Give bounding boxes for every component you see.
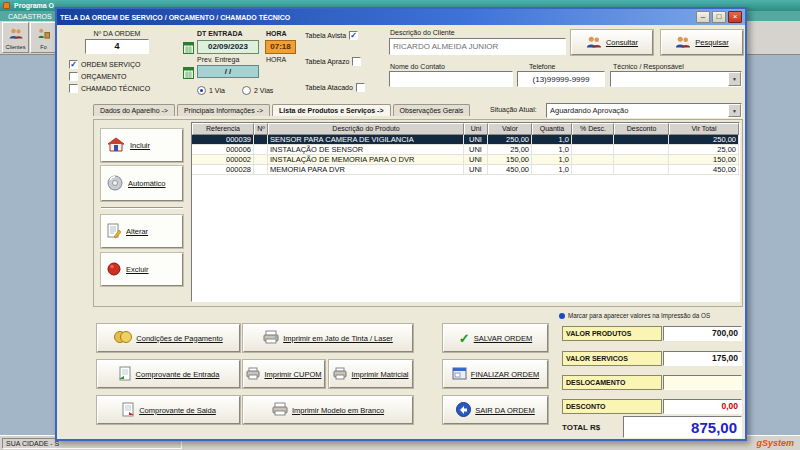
checkbox-tabela-atacado[interactable]: Tabela Atacado: [305, 83, 365, 92]
checkbox-tabela-avista[interactable]: Tabela Avista✓: [305, 31, 358, 40]
tab-observacoes[interactable]: Observações Gerais: [393, 104, 471, 116]
grid-cell: [572, 155, 614, 164]
checkbox-chamado-tecnico[interactable]: CHAMADO TÉCNICO: [69, 84, 150, 93]
printer-icon: [333, 367, 347, 382]
grid-cell: [572, 135, 614, 144]
sair-ordem-button[interactable]: SAIR DA ORDEM: [443, 396, 548, 424]
table-row[interactable]: 000002 INSTALAÇÃO DE MEMORIA PARA O DVR …: [192, 155, 739, 165]
check-mark-icon: ✓: [459, 331, 470, 346]
excluir-button[interactable]: Excluir: [101, 253, 183, 286]
alterar-button[interactable]: Alterar: [101, 215, 183, 248]
coins-icon: [114, 330, 132, 346]
col-header-descricao: Descrição do Produto: [268, 123, 464, 135]
consultar-button[interactable]: Consultar: [571, 30, 653, 55]
radio-selected-icon: [197, 86, 206, 95]
imprimir-branco-button[interactable]: Imprimir Modelo em Branco: [243, 396, 413, 424]
grid-cell: [254, 165, 268, 174]
checkbox-empty-icon: [352, 57, 361, 66]
radio-1-via-label: 1 Via: [209, 87, 225, 94]
grid-cell: 1,0: [532, 145, 572, 154]
checkbox-ordem-servico-label: ORDEM SERVIÇO: [81, 61, 140, 68]
cliente-input[interactable]: [389, 38, 566, 55]
automatico-button[interactable]: Automático: [101, 166, 183, 201]
chevron-down-icon[interactable]: ▼: [728, 104, 741, 117]
app-title: Programa O: [14, 2, 54, 9]
col-header-vlr-total: Vlr Total: [669, 123, 739, 135]
imprimir-jato-button[interactable]: Imprimir em Jato de Tinta / Laser: [243, 324, 413, 352]
consultar-people-icon: [586, 36, 602, 50]
imprimir-matricial-button[interactable]: Imprimir Matricial: [329, 360, 413, 388]
pesquisar-button[interactable]: Pesquisar: [661, 30, 743, 55]
grid-cell: [614, 165, 669, 174]
cliente-label: Descrição do Cliente: [390, 29, 455, 36]
salvar-ordem-button[interactable]: ✓ SALVAR ORDEM: [443, 324, 548, 352]
grid-cell: 000028: [192, 165, 254, 174]
tab-lista-produtos[interactable]: Lista de Produtos e Serviços ->: [272, 104, 390, 116]
disc-icon: [107, 175, 123, 193]
toolbar-clientes-button[interactable]: Clientes: [2, 22, 29, 53]
checkbox-orcamento-label: ORÇAMENTO: [81, 73, 126, 80]
comprovante-saida-label: Comprovante de Saida: [139, 406, 216, 415]
checkbox-empty-icon: [69, 72, 78, 81]
close-button[interactable]: ×: [728, 11, 742, 23]
total-value: 875,00: [623, 416, 742, 438]
printer-icon: [263, 330, 279, 346]
contato-input[interactable]: [389, 71, 513, 87]
radio-unselected-icon: [242, 86, 251, 95]
col-header-desc-pct: % Desc.: [572, 123, 614, 135]
tabela-aprazo-label: Tabela Aprazo: [305, 58, 349, 65]
comprovante-saida-button[interactable]: Comprovante de Saida: [97, 396, 240, 424]
radio-2-vias[interactable]: 2 Vias: [242, 86, 273, 95]
imprimir-cupom-button[interactable]: Imprimir CUPOM: [243, 360, 325, 388]
tab-dados-aparelho[interactable]: Dados do Aparelho ->: [93, 104, 175, 116]
table-row[interactable]: 000028 MEMORIA PARA DVR UNI 450,00 1,0 4…: [192, 165, 739, 175]
dt-entrada-field[interactable]: 02/09/2023: [197, 40, 259, 54]
check-icon: ✓: [69, 60, 78, 69]
desconto-label: DESCONTO: [562, 399, 662, 414]
dialog-titlebar[interactable]: TELA DA ORDEM DE SERVIÇO / ORÇAMENTO / C…: [57, 9, 745, 25]
minimize-button[interactable]: –: [696, 11, 710, 23]
condicoes-pagamento-button[interactable]: Condições de Pagamento: [97, 324, 240, 352]
radio-1-via[interactable]: 1 Via: [197, 86, 225, 95]
grid-cell: 250,00: [488, 135, 532, 144]
comprovante-entrada-label: Comprovante de Entrada: [136, 370, 220, 379]
grid-header-row: Referencia Nº Descrição do Produto Uni V…: [192, 123, 739, 135]
prev-entrega-field[interactable]: / /: [197, 65, 259, 78]
col-header-numero: Nº: [254, 123, 268, 135]
hora-entrada-field[interactable]: 07:18: [265, 40, 296, 54]
grid-cell: [614, 145, 669, 154]
menu-cadastros[interactable]: CADASTROS: [8, 13, 52, 20]
checkbox-orcamento[interactable]: ORÇAMENTO: [69, 72, 126, 81]
grid-cell: [254, 145, 268, 154]
incluir-button[interactable]: Incluir: [101, 129, 183, 162]
tecnico-combobox[interactable]: ▼: [610, 71, 742, 87]
numero-ordem-label: Nº DA ORDEM: [85, 30, 149, 37]
tab-principais-informacoes[interactable]: Principais Informações ->: [177, 104, 270, 116]
valor-produtos-label: VALOR PRODUTOS: [562, 326, 662, 341]
telefone-input[interactable]: [517, 71, 605, 87]
house-icon: [107, 137, 125, 154]
consultar-label: Consultar: [606, 38, 638, 47]
toolbar-fornecedores-button[interactable]: Fo: [30, 22, 57, 53]
maximize-button[interactable]: □: [712, 11, 726, 23]
chevron-down-icon[interactable]: ▼: [728, 72, 741, 86]
col-header-valor: Valor: [488, 123, 532, 135]
products-grid[interactable]: Referencia Nº Descrição do Produto Uni V…: [191, 122, 740, 302]
comprovante-entrada-button[interactable]: Comprovante de Entrada: [97, 360, 240, 388]
table-row[interactable]: 000006 INSTALAÇÃO DE SENSOR UNI 25,00 1,…: [192, 145, 739, 155]
print-values-note-text: Marcar para aparecer valores na Impressã…: [568, 312, 710, 319]
document-out-icon: [121, 402, 135, 419]
grid-cell: 1,0: [532, 165, 572, 174]
situacao-combobox[interactable]: Aguardando Aprovação ▼: [546, 103, 742, 118]
table-row[interactable]: 000039 SENSOR PARA CAMERA DE VIGILANCIA …: [192, 135, 739, 145]
automatico-label: Automático: [128, 179, 166, 188]
finalizar-ordem-button[interactable]: FINALIZAR ORDEM: [443, 360, 548, 388]
grid-cell: SENSOR PARA CAMERA DE VIGILANCIA: [268, 135, 464, 144]
order-dialog: TELA DA ORDEM DE SERVIÇO / ORÇAMENTO / C…: [55, 7, 747, 441]
imprimir-jato-label: Imprimir em Jato de Tinta / Laser: [283, 334, 393, 343]
checkbox-empty-icon: [69, 84, 78, 93]
checkbox-tabela-aprazo[interactable]: Tabela Aprazo: [305, 57, 361, 66]
tecnico-value: [611, 72, 728, 86]
checkbox-ordem-servico[interactable]: ✓ORDEM SERVIÇO: [69, 60, 140, 69]
col-header-quantia: Quantia: [532, 123, 572, 135]
